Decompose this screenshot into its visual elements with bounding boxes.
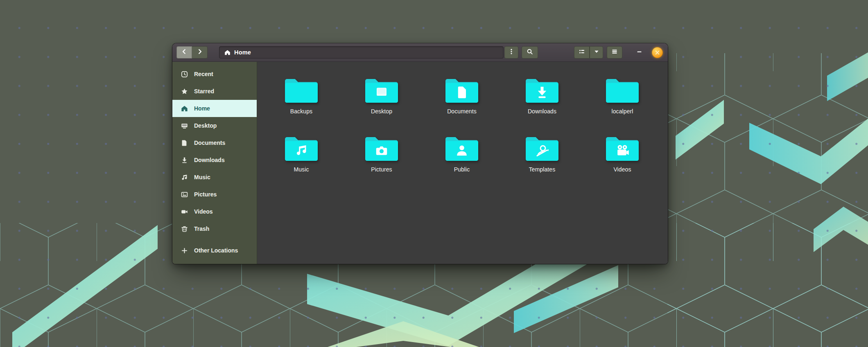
titlebar: Home xyxy=(172,43,668,62)
sidebar-item-label: Desktop xyxy=(194,122,217,129)
search-button[interactable] xyxy=(522,46,538,59)
sidebar-item-videos[interactable]: Videos xyxy=(172,203,257,220)
view-toggle-group xyxy=(574,46,603,59)
hamburger-menu-icon xyxy=(611,48,618,56)
sidebar-item-label: Starred xyxy=(194,88,214,95)
file-item-downloads[interactable]: Downloads xyxy=(502,76,582,134)
file-label: Videos xyxy=(613,166,631,173)
file-label: Public xyxy=(454,166,470,173)
sidebar-item-label: Music xyxy=(194,174,210,180)
desktop-icon xyxy=(181,122,188,129)
folder-icon xyxy=(604,134,640,162)
forward-button[interactable] xyxy=(192,46,208,59)
kebab-menu-icon xyxy=(508,48,515,56)
file-item-pictures[interactable]: Pictures xyxy=(341,134,422,192)
folder-icon xyxy=(364,76,400,104)
file-item-music[interactable]: Music xyxy=(261,134,341,192)
folder-icon xyxy=(444,134,480,162)
file-manager-window: Home RecentStarredHomeDesktopDocum xyxy=(172,43,668,264)
chevron-left-icon xyxy=(181,48,188,56)
view-options-dropdown-button[interactable] xyxy=(590,46,603,59)
sidebar-item-starred[interactable]: Starred xyxy=(172,83,257,100)
chevron-right-icon xyxy=(197,48,203,56)
file-item-videos[interactable]: Videos xyxy=(582,134,662,192)
sidebar-item-trash[interactable]: Trash xyxy=(172,220,257,237)
file-label: Downloads xyxy=(528,108,556,115)
folder-icon xyxy=(283,76,319,104)
folder-icon xyxy=(524,76,560,104)
file-item-documents[interactable]: Documents xyxy=(422,76,502,134)
sidebar-item-label: Home xyxy=(194,105,210,112)
file-label: Desktop xyxy=(371,108,392,115)
trash-icon xyxy=(181,225,188,232)
sidebar-item-label: Recent xyxy=(194,71,213,77)
sidebar-item-label: Trash xyxy=(194,225,209,232)
file-label: Music xyxy=(294,166,309,173)
document-icon xyxy=(181,140,188,146)
file-item-localperl[interactable]: localperl xyxy=(582,76,662,134)
file-item-templates[interactable]: Templates xyxy=(502,134,582,192)
star-icon xyxy=(181,88,188,95)
download-icon xyxy=(181,157,188,164)
clock-icon xyxy=(181,71,188,78)
file-grid: BackupsDesktopDocumentsDownloadslocalper… xyxy=(257,62,668,264)
app-menu-button[interactable] xyxy=(607,46,622,59)
sidebar-item-music[interactable]: Music xyxy=(172,169,257,186)
sidebar-item-pictures[interactable]: Pictures xyxy=(172,186,257,203)
file-label: Pictures xyxy=(371,166,392,173)
sidebar-item-recent[interactable]: Recent xyxy=(172,65,257,83)
file-item-public[interactable]: Public xyxy=(422,134,502,192)
sidebar: RecentStarredHomeDesktopDocumentsDownloa… xyxy=(172,62,257,264)
sidebar-item-label: Documents xyxy=(194,140,225,146)
folder-icon xyxy=(283,134,319,162)
close-button[interactable] xyxy=(652,47,663,58)
file-label: Documents xyxy=(447,108,477,115)
search-icon xyxy=(527,48,533,56)
path-label: Home xyxy=(234,49,251,56)
home-icon xyxy=(181,105,188,112)
sidebar-item-desktop[interactable]: Desktop xyxy=(172,117,257,134)
file-item-backups[interactable]: Backups xyxy=(261,76,341,134)
window-body: RecentStarredHomeDesktopDocumentsDownloa… xyxy=(172,62,668,264)
list-view-icon xyxy=(579,48,585,56)
location-menu-button[interactable] xyxy=(504,46,518,59)
list-view-button[interactable] xyxy=(574,46,590,59)
path-bar[interactable]: Home xyxy=(219,46,504,59)
navigation-buttons xyxy=(176,46,208,59)
sidebar-item-documents[interactable]: Documents xyxy=(172,134,257,151)
file-item-desktop[interactable]: Desktop xyxy=(341,76,422,134)
minimize-icon xyxy=(636,49,642,56)
minimize-button[interactable] xyxy=(633,46,645,59)
folder-icon xyxy=(604,76,640,104)
folder-icon xyxy=(444,76,480,104)
sidebar-item-label: Downloads xyxy=(194,157,225,163)
back-button[interactable] xyxy=(176,46,192,59)
sidebar-item-home[interactable]: Home xyxy=(172,100,257,117)
folder-icon xyxy=(524,134,560,162)
file-label: Templates xyxy=(529,166,556,173)
sidebar-item-label: Other Locations xyxy=(194,247,238,254)
picture-icon xyxy=(181,191,188,198)
plus-icon xyxy=(181,247,188,254)
folder-icon xyxy=(364,134,400,162)
sidebar-item-other-locations[interactable]: Other Locations xyxy=(172,242,257,259)
sidebar-item-downloads[interactable]: Downloads xyxy=(172,151,257,169)
file-label: Backups xyxy=(290,108,312,115)
file-label: localperl xyxy=(611,108,633,115)
sidebar-item-label: Videos xyxy=(194,208,213,215)
video-icon xyxy=(181,208,188,215)
caret-down-icon xyxy=(593,48,600,56)
music-icon xyxy=(181,174,188,181)
home-icon xyxy=(224,50,231,56)
sidebar-item-label: Pictures xyxy=(194,191,217,198)
